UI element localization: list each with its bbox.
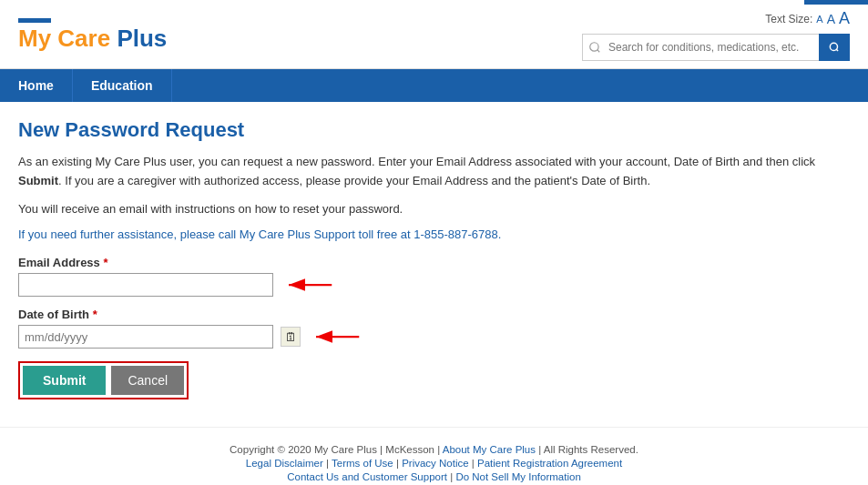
- footer-line-1: Copyright © 2020 My Care Plus | McKesson…: [18, 444, 850, 455]
- search-bar: [582, 34, 850, 61]
- patient-reg-link[interactable]: Patient Registration Agreement: [477, 458, 622, 469]
- main-content: New Password Request As an existing My C…: [0, 102, 868, 409]
- calendar-icon[interactable]: 🗓: [281, 327, 301, 347]
- about-link[interactable]: About My Care Plus: [443, 444, 536, 455]
- dob-required: *: [93, 308, 97, 321]
- nav-home[interactable]: Home: [0, 69, 73, 102]
- email-form-group: Email Address *: [18, 256, 850, 297]
- svg-line-1: [836, 49, 838, 51]
- email-input-row: [18, 273, 850, 297]
- description-paragraph-2: You will receive an email with instructi…: [18, 200, 850, 219]
- logo: My Care Plus: [18, 18, 167, 53]
- nav-bar: Home Education: [0, 69, 868, 102]
- page-title: New Password Request: [18, 118, 850, 142]
- legal-disclaimer-link[interactable]: Legal Disclaimer: [246, 458, 323, 469]
- footer-line-2: Legal Disclaimer | Terms of Use | Privac…: [18, 458, 850, 469]
- cancel-button[interactable]: Cancel: [111, 366, 184, 395]
- header-right: Text Size: A A A: [582, 9, 850, 61]
- footer-line-3: Contact Us and Customer Support | Do Not…: [18, 471, 850, 482]
- support-note: If you need further assistance, please c…: [18, 227, 850, 241]
- email-input[interactable]: [18, 273, 273, 297]
- email-required: *: [103, 256, 107, 269]
- dob-arrow: [308, 328, 363, 346]
- contact-link[interactable]: Contact Us and Customer Support: [287, 471, 447, 482]
- text-size-small[interactable]: A: [816, 14, 822, 25]
- submit-button[interactable]: Submit: [23, 366, 106, 395]
- email-arrow: [281, 276, 335, 294]
- search-icon: [828, 41, 841, 54]
- support-link[interactable]: If you need further assistance, please c…: [18, 227, 501, 241]
- terms-link[interactable]: Terms of Use: [332, 458, 393, 469]
- description-paragraph-1: As an existing My Care Plus user, you ca…: [18, 153, 850, 191]
- search-button[interactable]: [819, 34, 850, 61]
- dob-input[interactable]: [18, 325, 273, 349]
- footer: Copyright © 2020 My Care Plus | McKesson…: [0, 427, 868, 485]
- do-not-sell-link[interactable]: Do Not Sell My Information: [455, 471, 580, 482]
- button-wrapper: Submit Cancel: [18, 361, 850, 399]
- dob-label: Date of Birth *: [18, 308, 850, 321]
- logo-text: My Care Plus: [18, 25, 167, 53]
- dob-form-group: Date of Birth * 🗓: [18, 308, 850, 349]
- logo-bar: [18, 18, 51, 23]
- logo-my: My Care: [18, 25, 110, 52]
- text-size-large[interactable]: A: [839, 9, 850, 28]
- email-label: Email Address *: [18, 256, 850, 269]
- text-size-medium[interactable]: A: [827, 12, 835, 26]
- privacy-link[interactable]: Privacy Notice: [402, 458, 469, 469]
- dob-input-row: 🗓: [18, 325, 850, 349]
- text-size-label: Text Size:: [765, 13, 812, 25]
- nav-education[interactable]: Education: [73, 69, 172, 102]
- text-size-controls: Text Size: A A A: [765, 9, 850, 28]
- logo-plus: Plus: [110, 25, 167, 52]
- button-group: Submit Cancel: [18, 361, 189, 399]
- search-input[interactable]: [582, 34, 819, 61]
